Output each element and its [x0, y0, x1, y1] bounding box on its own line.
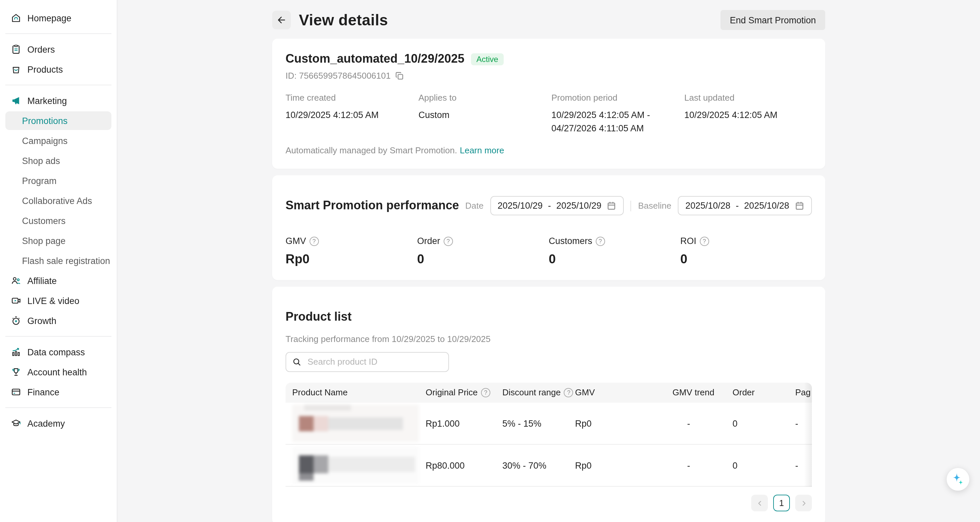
marketing-icon [11, 95, 21, 106]
sidebar-item-label: Homepage [27, 13, 72, 23]
table-header-row: Product Name Original Price? Discount ra… [286, 383, 812, 403]
sidebar-item-collaborative-ads[interactable]: Collaborative Ads [0, 191, 117, 211]
field-promotion-period: Promotion period 10/29/2025 4:12:05 AM -… [551, 93, 679, 135]
sidebar-item-label: Finance [27, 387, 59, 397]
sidebar-item-finance[interactable]: Finance [0, 382, 117, 402]
help-icon[interactable]: ? [310, 236, 319, 246]
learn-more-link[interactable]: Learn more [460, 145, 504, 155]
order-cell: 0 [732, 445, 795, 487]
help-icon[interactable]: ? [481, 388, 490, 397]
managed-note: Automatically managed by Smart Promotion… [286, 145, 457, 155]
sidebar-item-label: Account health [27, 367, 87, 377]
field-value: 10/29/2025 4:12:05 AM [684, 109, 808, 122]
table-row: Rp1.000 5% - 15% Rp0 - 0 - [286, 403, 812, 445]
home-icon [11, 13, 21, 23]
product-thumbnail-blurred [292, 405, 419, 442]
orders-icon [11, 44, 21, 55]
sidebar-item-orders[interactable]: Orders [0, 39, 117, 59]
sidebar-item-academy[interactable]: Academy [0, 413, 117, 433]
clipped-cell: - [795, 403, 812, 445]
field-applies-to: Applies to Custom [418, 93, 546, 135]
arrow-left-icon [276, 15, 287, 25]
gmv-cell: Rp0 [575, 403, 673, 445]
help-icon[interactable]: ? [700, 236, 709, 246]
column-header-original-price: Original Price? [426, 383, 502, 403]
sidebar-divider [5, 336, 111, 337]
calendar-icon [795, 201, 805, 211]
search-input[interactable] [306, 356, 442, 368]
sidebar-item-live-video[interactable]: LIVE & video [0, 291, 117, 311]
main-content: View details End Smart Promotion Custom_… [118, 0, 980, 522]
baseline-end: 2025/10/28 [744, 201, 789, 211]
chevron-left-icon [756, 499, 764, 507]
end-smart-promotion-button[interactable]: End Smart Promotion [721, 10, 825, 30]
discount-range-cell: 5% - 15% [502, 403, 575, 445]
sidebar-item-label: Promotions [22, 116, 68, 126]
date-range-picker[interactable]: 2025/10/29 - 2025/10/29 [490, 196, 624, 215]
metric-roi: ROI ? 0 [681, 236, 812, 267]
sidebar-item-program[interactable]: Program [0, 171, 117, 191]
sidebar-item-growth[interactable]: Growth [0, 311, 117, 331]
metric-gmv: GMV ? Rp0 [286, 236, 417, 267]
sidebar-item-label: Shop page [22, 236, 66, 246]
calendar-icon [607, 201, 617, 211]
back-button[interactable] [272, 11, 291, 29]
date-separator: - [548, 201, 551, 211]
metric-value: 0 [549, 252, 681, 267]
affiliate-icon [11, 275, 21, 286]
sidebar-item-shop-ads[interactable]: Shop ads [0, 151, 117, 171]
sidebar-item-account-health[interactable]: Account health [0, 362, 117, 382]
date-label: Date [465, 201, 484, 211]
original-price-cell: Rp1.000 [426, 403, 502, 445]
assistant-button[interactable] [947, 468, 969, 491]
chevron-right-icon [800, 499, 808, 507]
sidebar-item-marketing[interactable]: Marketing [0, 90, 117, 111]
next-page-button[interactable] [795, 495, 812, 512]
copy-icon[interactable] [395, 71, 404, 80]
baseline-range-picker[interactable]: 2025/10/28 - 2025/10/28 [678, 196, 812, 215]
baseline-label: Baseline [638, 201, 671, 211]
sidebar-divider [5, 33, 111, 34]
sidebar-item-label: LIVE & video [27, 296, 80, 306]
live-video-icon [11, 295, 21, 306]
tracking-subtitle: Tracking performance from 10/29/2025 to … [286, 334, 812, 344]
pagination: 1 [286, 495, 812, 512]
help-icon[interactable]: ? [596, 236, 605, 246]
sidebar-item-products[interactable]: Products [0, 59, 117, 79]
academy-icon [11, 418, 21, 429]
promotion-id: ID: 7566599578645006101 [286, 71, 391, 81]
sidebar-item-campaigns[interactable]: Campaigns [0, 131, 117, 151]
metric-label: Customers [549, 236, 592, 246]
sidebar-item-affiliate[interactable]: Affiliate [0, 271, 117, 291]
sidebar-item-homepage[interactable]: Homepage [0, 8, 117, 28]
product-name-cell [286, 445, 426, 487]
metric-label: GMV [286, 236, 306, 246]
sparkles-icon [951, 472, 965, 487]
sidebar-item-data-compass[interactable]: Data compass [0, 342, 117, 362]
order-cell: 0 [732, 403, 795, 445]
metric-value: Rp0 [286, 252, 417, 267]
metric-label: Order [417, 236, 440, 246]
help-icon[interactable]: ? [444, 236, 453, 246]
field-label: Promotion period [551, 93, 679, 103]
page-number-button[interactable]: 1 [773, 495, 790, 512]
product-list-title: Product list [286, 310, 812, 324]
vertical-divider [631, 200, 632, 211]
table-row: Rp80.000 30% - 70% Rp0 - 0 - [286, 445, 812, 487]
metric-customers: Customers ? 0 [549, 236, 681, 267]
sidebar-item-customers[interactable]: Customers [0, 211, 117, 231]
date-start: 2025/10/29 [498, 201, 543, 211]
field-time-created: Time created 10/29/2025 4:12:05 AM [286, 93, 413, 135]
sidebar-item-shop-page[interactable]: Shop page [0, 231, 117, 251]
previous-page-button[interactable] [751, 495, 768, 512]
date-controls: Date 2025/10/29 - 2025/10/29 Baseline [465, 196, 812, 215]
sidebar-item-promotions[interactable]: Promotions [5, 111, 111, 130]
product-search [286, 352, 449, 372]
field-value: Custom [418, 109, 542, 122]
help-icon[interactable]: ? [564, 388, 573, 397]
column-header-discount-range: Discount range? [502, 383, 575, 403]
account-health-icon [11, 367, 21, 377]
growth-icon [11, 315, 21, 326]
sidebar-item-flash-sale-registration[interactable]: Flash sale registration [0, 251, 117, 271]
metric-label: ROI [681, 236, 697, 246]
